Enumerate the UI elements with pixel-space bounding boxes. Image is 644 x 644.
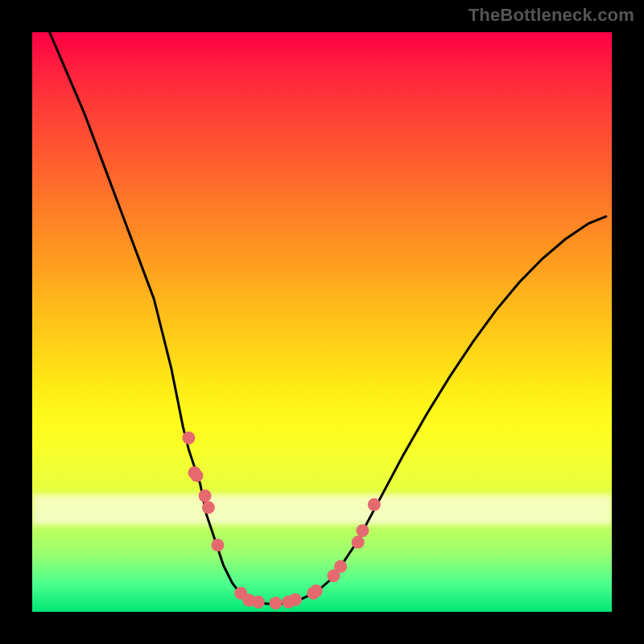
- markers-group: [182, 431, 380, 609]
- plot-area: [32, 32, 612, 612]
- data-point-marker: [211, 539, 224, 551]
- watermark-text: TheBottleneck.com: [469, 5, 634, 26]
- data-point-marker: [334, 560, 347, 573]
- data-point-marker: [352, 536, 365, 549]
- plot-svg: [32, 32, 612, 612]
- data-point-marker: [269, 597, 282, 609]
- data-point-marker: [190, 469, 203, 482]
- data-point-marker: [202, 501, 215, 514]
- data-point-marker: [199, 489, 212, 502]
- data-point-marker: [252, 596, 265, 609]
- chart-frame: TheBottleneck.com: [0, 0, 644, 644]
- data-point-marker: [289, 593, 302, 606]
- data-point-marker: [368, 498, 381, 511]
- curve-line: [50, 32, 606, 604]
- data-point-marker: [310, 584, 323, 597]
- data-point-marker: [356, 524, 369, 537]
- data-point-marker: [182, 431, 195, 444]
